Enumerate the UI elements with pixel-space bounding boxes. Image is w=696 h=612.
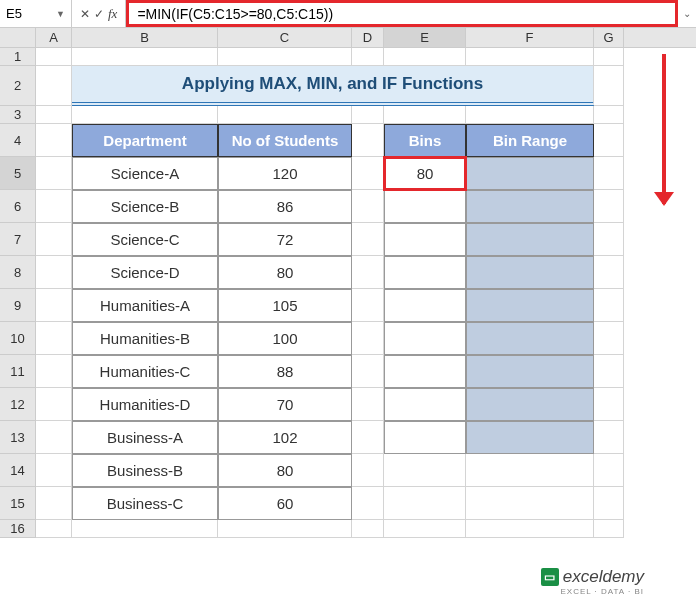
dept-cell-6[interactable]: Humanities-C bbox=[72, 355, 218, 388]
row-header-7[interactable]: 7 bbox=[0, 223, 36, 256]
row-header-6[interactable]: 6 bbox=[0, 190, 36, 223]
cell-g15[interactable] bbox=[594, 487, 624, 520]
cell-e1[interactable] bbox=[384, 48, 466, 66]
row-header-3[interactable]: 3 bbox=[0, 106, 36, 124]
binrange-cell-8[interactable] bbox=[466, 421, 594, 454]
bins-cell-2[interactable] bbox=[384, 223, 466, 256]
expand-formula-icon[interactable]: ⌄ bbox=[678, 8, 696, 19]
cell-d4[interactable] bbox=[352, 124, 384, 157]
cell-c16[interactable] bbox=[218, 520, 352, 538]
dept-cell-1[interactable]: Science-B bbox=[72, 190, 218, 223]
row-header-16[interactable]: 16 bbox=[0, 520, 36, 538]
dept-cell-8[interactable]: Business-A bbox=[72, 421, 218, 454]
cell-a16[interactable] bbox=[36, 520, 72, 538]
title-cell[interactable]: Applying MAX, MIN, and IF Functions bbox=[72, 66, 594, 106]
col-header-c[interactable]: C bbox=[218, 28, 352, 47]
row-header-9[interactable]: 9 bbox=[0, 289, 36, 322]
row-header-1[interactable]: 1 bbox=[0, 48, 36, 66]
header-binrange[interactable]: Bin Range bbox=[466, 124, 594, 157]
row-header-8[interactable]: 8 bbox=[0, 256, 36, 289]
cell-a3[interactable] bbox=[36, 106, 72, 124]
cell-e16[interactable] bbox=[384, 520, 466, 538]
binrange-cell-6[interactable] bbox=[466, 355, 594, 388]
binrange-cell-4[interactable] bbox=[466, 289, 594, 322]
cell-b1[interactable] bbox=[72, 48, 218, 66]
cell-a8[interactable] bbox=[36, 256, 72, 289]
cell-d8[interactable] bbox=[352, 256, 384, 289]
confirm-icon[interactable]: ✓ bbox=[94, 7, 104, 21]
cell-a5[interactable] bbox=[36, 157, 72, 190]
binrange-cell-5[interactable] bbox=[466, 322, 594, 355]
cell-a7[interactable] bbox=[36, 223, 72, 256]
cell-g7[interactable] bbox=[594, 223, 624, 256]
bins-cell-3[interactable] bbox=[384, 256, 466, 289]
cell-f3[interactable] bbox=[466, 106, 594, 124]
cell-a11[interactable] bbox=[36, 355, 72, 388]
binrange-cell-2[interactable] bbox=[466, 223, 594, 256]
val-cell-3[interactable]: 80 bbox=[218, 256, 352, 289]
cell-c3[interactable] bbox=[218, 106, 352, 124]
name-box[interactable]: E5 ▼ bbox=[0, 0, 72, 27]
val-cell-6[interactable]: 88 bbox=[218, 355, 352, 388]
cell-d15[interactable] bbox=[352, 487, 384, 520]
cell-a10[interactable] bbox=[36, 322, 72, 355]
cell-g4[interactable] bbox=[594, 124, 624, 157]
cell-g6[interactable] bbox=[594, 190, 624, 223]
col-header-d[interactable]: D bbox=[352, 28, 384, 47]
header-bins[interactable]: Bins bbox=[384, 124, 466, 157]
header-students[interactable]: No of Students bbox=[218, 124, 352, 157]
cell-e15[interactable] bbox=[384, 487, 466, 520]
cell-d7[interactable] bbox=[352, 223, 384, 256]
binrange-cell-7[interactable] bbox=[466, 388, 594, 421]
row-header-15[interactable]: 15 bbox=[0, 487, 36, 520]
cell-d12[interactable] bbox=[352, 388, 384, 421]
cell-d14[interactable] bbox=[352, 454, 384, 487]
cell-g13[interactable] bbox=[594, 421, 624, 454]
cell-f15[interactable] bbox=[466, 487, 594, 520]
fx-icon[interactable]: fx bbox=[108, 6, 117, 22]
col-header-e[interactable]: E bbox=[384, 28, 466, 47]
cell-e14[interactable] bbox=[384, 454, 466, 487]
cell-g2[interactable] bbox=[594, 66, 624, 106]
bins-cell-8[interactable] bbox=[384, 421, 466, 454]
val-cell-7[interactable]: 70 bbox=[218, 388, 352, 421]
cell-a2[interactable] bbox=[36, 66, 72, 106]
cell-e3[interactable] bbox=[384, 106, 466, 124]
val-cell-9[interactable]: 80 bbox=[218, 454, 352, 487]
col-header-a[interactable]: A bbox=[36, 28, 72, 47]
val-cell-0[interactable]: 120 bbox=[218, 157, 352, 190]
cell-g8[interactable] bbox=[594, 256, 624, 289]
col-header-f[interactable]: F bbox=[466, 28, 594, 47]
cell-f16[interactable] bbox=[466, 520, 594, 538]
cell-d1[interactable] bbox=[352, 48, 384, 66]
formula-input[interactable]: =MIN(IF(C5:C15>=80,C5:C15)) bbox=[126, 0, 678, 27]
row-header-4[interactable]: 4 bbox=[0, 124, 36, 157]
bins-cell-7[interactable] bbox=[384, 388, 466, 421]
cell-d11[interactable] bbox=[352, 355, 384, 388]
cell-g9[interactable] bbox=[594, 289, 624, 322]
cell-d16[interactable] bbox=[352, 520, 384, 538]
dept-cell-3[interactable]: Science-D bbox=[72, 256, 218, 289]
cell-a13[interactable] bbox=[36, 421, 72, 454]
cell-g12[interactable] bbox=[594, 388, 624, 421]
cell-d5[interactable] bbox=[352, 157, 384, 190]
binrange-cell-3[interactable] bbox=[466, 256, 594, 289]
cell-a14[interactable] bbox=[36, 454, 72, 487]
row-header-11[interactable]: 11 bbox=[0, 355, 36, 388]
row-header-12[interactable]: 12 bbox=[0, 388, 36, 421]
cell-b16[interactable] bbox=[72, 520, 218, 538]
dept-cell-2[interactable]: Science-C bbox=[72, 223, 218, 256]
col-header-g[interactable]: G bbox=[594, 28, 624, 47]
cell-f1[interactable] bbox=[466, 48, 594, 66]
bins-cell-1[interactable] bbox=[384, 190, 466, 223]
cell-a9[interactable] bbox=[36, 289, 72, 322]
cell-d13[interactable] bbox=[352, 421, 384, 454]
cell-g10[interactable] bbox=[594, 322, 624, 355]
cell-f14[interactable] bbox=[466, 454, 594, 487]
row-header-13[interactable]: 13 bbox=[0, 421, 36, 454]
cell-g16[interactable] bbox=[594, 520, 624, 538]
chevron-down-icon[interactable]: ▼ bbox=[56, 9, 65, 19]
bins-cell-6[interactable] bbox=[384, 355, 466, 388]
cell-b3[interactable] bbox=[72, 106, 218, 124]
cell-g1[interactable] bbox=[594, 48, 624, 66]
